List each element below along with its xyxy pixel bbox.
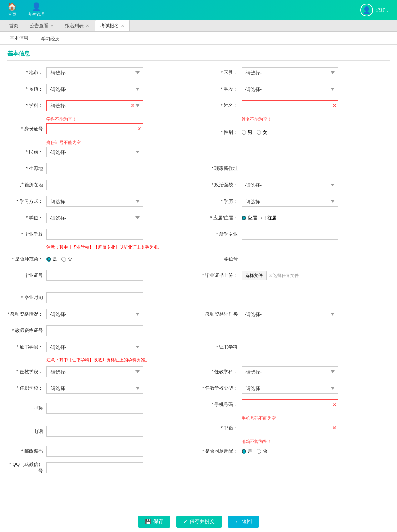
save-label: 保存 [153, 518, 163, 525]
subject-select[interactable]: -请选择- [46, 100, 143, 111]
name-clear-btn[interactable]: ✕ [332, 103, 337, 108]
township-label: * 乡镇： [7, 86, 46, 92]
graduation-past-option[interactable]: 往届 [261, 215, 277, 221]
study-mode-select[interactable]: -请选择- [46, 196, 143, 207]
teacher-type-label: * 是否师范类： [7, 256, 46, 262]
graduation-current-radio[interactable] [242, 216, 246, 220]
save-submit-button[interactable]: ✔ 保存并提交 [176, 516, 222, 528]
nation-label: * 民族： [7, 149, 46, 155]
header: 🏠 首页 👤 考生管理 👤 您好， [0, 0, 397, 20]
gender-female-radio[interactable] [257, 130, 261, 135]
phone-mobile-clear-btn[interactable]: ✕ [332, 402, 337, 407]
tab-exam-close[interactable]: ✕ [121, 24, 124, 28]
teaching-subject-select[interactable]: -请选择- [242, 366, 338, 377]
gender-male-radio[interactable] [242, 130, 246, 135]
note2: 注意：其中【证书学科】以教师资格证上的学科为准。 [46, 357, 390, 363]
school-select[interactable]: -请选择- [46, 383, 143, 394]
political-select[interactable]: -请选择- [242, 180, 338, 190]
household-input[interactable] [46, 180, 143, 190]
phone-mobile-input[interactable] [242, 399, 338, 410]
graduation-past-radio[interactable] [261, 216, 266, 220]
teacher-cert-row: * 教师资格情况： -请选择- [7, 308, 199, 321]
school-type-label: * 任教学校类型： [202, 385, 242, 391]
sub-tab-basic[interactable]: 基本信息 [4, 33, 34, 44]
cert-stage-select[interactable]: -请选择- [46, 342, 143, 352]
origin-input[interactable] [46, 163, 143, 174]
stage-select[interactable]: -请选择- [242, 84, 338, 94]
sub-tabs: 基本信息 学习经历 [0, 32, 397, 45]
teacher-no-radio[interactable] [61, 257, 66, 262]
teacher-cert-select[interactable]: -请选择- [46, 309, 143, 319]
qq-input[interactable] [46, 462, 143, 473]
school-type-select[interactable]: -请选择- [242, 383, 338, 394]
name-input[interactable] [242, 100, 338, 111]
back-button[interactable]: ← 返回 [228, 516, 259, 528]
gender-label: * 性别： [202, 129, 242, 136]
home-address-input[interactable] [242, 163, 338, 174]
education-select[interactable]: -请选择- [242, 196, 338, 207]
name-label: * 姓名： [202, 102, 242, 109]
graduation-school-input[interactable] [46, 229, 143, 240]
degree-no-input[interactable] [242, 254, 338, 264]
id-clear-btn[interactable]: ✕ [137, 126, 142, 132]
postal-input[interactable] [46, 446, 143, 457]
teacher-yes-option[interactable]: 是 [46, 256, 57, 262]
teacher-cert-type-label: 教师资格证种类 [202, 311, 242, 317]
city-select[interactable]: -请选择- [46, 67, 143, 78]
tab-list[interactable]: 报名列表 ✕ [60, 20, 94, 31]
email-clear-btn[interactable]: ✕ [332, 425, 337, 431]
teacher-cert-type-select[interactable]: -请选择- [242, 309, 338, 319]
city-row: * 地市： -请选择- [7, 66, 199, 79]
tab-exam[interactable]: 考试报名 ✕ [95, 20, 130, 31]
cert-subject-label: * 证书学科 [202, 344, 242, 350]
dispatch-label: * 是否同意调配： [202, 448, 242, 454]
school-label: * 任职学校： [7, 385, 46, 391]
qq-label: * QQ（或微信）号 [7, 461, 46, 474]
tab-announcement-close[interactable]: ✕ [50, 24, 54, 28]
home-label: 首页 [8, 11, 16, 18]
email-input[interactable] [242, 423, 338, 433]
tab-announcement[interactable]: 公告查看 ✕ [24, 20, 59, 31]
cert-subject-input[interactable] [242, 342, 338, 352]
graduation-time-input[interactable] [46, 292, 143, 303]
township-select[interactable]: -请选择- [46, 84, 143, 94]
tab-home-label: 首页 [9, 23, 18, 29]
teacher-cert-no-label: * 教师资格证号 [7, 327, 46, 334]
gender-female-option[interactable]: 女 [257, 129, 267, 136]
manage-label: 考生管理 [28, 11, 45, 18]
district-select[interactable]: -请选择- [242, 67, 338, 78]
dispatch-yes-option[interactable]: 是 [242, 448, 252, 454]
graduation-current-option[interactable]: 应届 [242, 215, 257, 221]
choose-file-btn[interactable]: 选择文件 [242, 271, 267, 280]
tab-home[interactable]: 首页 [4, 20, 24, 31]
gender-male-option[interactable]: 男 [242, 129, 252, 136]
nation-select[interactable]: -请选择- [46, 147, 143, 157]
subject-clear-btn[interactable]: ✕ [131, 103, 135, 108]
diploma-upload-row: * 毕业证书上传： 选择文件 未选择任何文件 [199, 269, 390, 282]
dispatch-no-radio[interactable] [257, 449, 261, 454]
dispatch-yes-radio[interactable] [242, 449, 246, 454]
nav-home[interactable]: 🏠 首页 [7, 2, 17, 18]
bottom-bar: 💾 保存 ✔ 保存并提交 ← 返回 [0, 511, 397, 530]
sub-tab-education[interactable]: 学习经历 [35, 33, 66, 44]
teacher-no-option[interactable]: 否 [61, 256, 72, 262]
tab-list-close[interactable]: ✕ [86, 24, 89, 28]
id-input[interactable] [46, 123, 143, 134]
origin-label: * 生源地 [7, 165, 46, 172]
home-address-label: * 现家庭住址 [202, 165, 242, 172]
teacher-cert-no-input[interactable] [46, 325, 143, 336]
phone-input[interactable] [46, 426, 143, 437]
save-button[interactable]: 💾 保存 [138, 516, 170, 528]
teacher-yes-radio[interactable] [46, 257, 51, 262]
diploma-input[interactable] [46, 270, 143, 281]
nav-student-manage[interactable]: 👤 考生管理 [28, 2, 45, 18]
dispatch-no-option[interactable]: 否 [257, 448, 267, 454]
title-input[interactable] [46, 403, 143, 414]
major-input[interactable] [242, 229, 338, 240]
teaching-stage-select[interactable]: -请选择- [46, 366, 143, 377]
political-label: * 政治面貌： [202, 182, 242, 188]
degree-select[interactable]: -请选择- [46, 213, 143, 223]
tab-announcement-label: 公告查看 [30, 23, 48, 29]
household-row: 户籍所在地 [7, 179, 199, 191]
gender-male-label: 男 [248, 129, 252, 136]
